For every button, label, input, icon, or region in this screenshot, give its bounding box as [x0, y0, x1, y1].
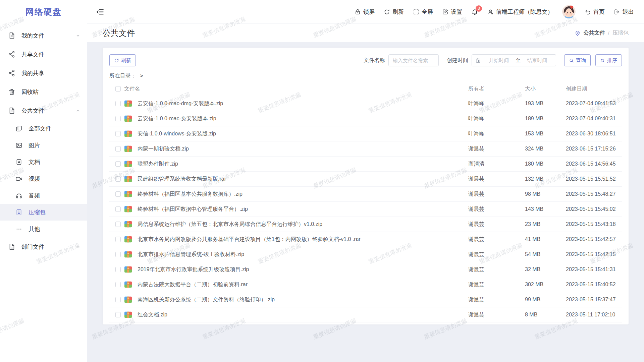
breadcrumb-root[interactable]: 公共文件 — [584, 29, 605, 37]
sidebar-item-videos[interactable]: 视频 — [0, 170, 87, 187]
file-size: 302 MB — [525, 282, 566, 288]
date-range-picker[interactable]: 开始时间 至 结束时间 — [472, 54, 556, 66]
filename-input[interactable] — [388, 54, 439, 66]
sidebar-item-others[interactable]: 其他 — [0, 221, 87, 237]
file-table: 文件名 所有者 大小 创建日期 云安信-1.0.0-mac-dmg-安装版本.z… — [109, 82, 622, 322]
row-checkbox[interactable] — [115, 206, 121, 212]
fullscreen-label: 全屏 — [422, 8, 433, 16]
row-checkbox[interactable] — [115, 191, 121, 197]
table-row[interactable]: 终验材料（福田区数据中心管理服务平台）.zip谢晨芸143 MB2023-05-… — [109, 202, 622, 217]
row-checkbox[interactable] — [115, 222, 121, 227]
column-date: 创建日期 — [566, 85, 622, 93]
table-row[interactable]: 内蒙古法院大数据平台（二期）初验前资料.rar谢晨芸302 MB2023-05-… — [109, 277, 622, 292]
row-checkbox[interactable] — [115, 252, 121, 257]
search-button[interactable]: 查询 — [564, 54, 591, 66]
file-name[interactable]: 安信-1.0.0-windows-免安装版.zip — [138, 130, 468, 137]
home-button[interactable]: 首页 — [585, 8, 605, 16]
zip-file-icon — [124, 100, 132, 108]
table-row[interactable]: 局信息系统运行维护（第五包：北京市水务局综合信息平台运行维护）v1.0.zip谢… — [109, 217, 622, 232]
refresh-icon — [384, 9, 390, 15]
table-row[interactable]: 民建组织管理系统验收文档最新版.rar谢晨芸132 MB2023-05-15 1… — [109, 172, 622, 187]
file-name[interactable]: 内蒙古法院大数据平台（二期）初验前资料.rar — [138, 281, 468, 288]
file-name[interactable]: 局信息系统运行维护（第五包：北京市水务局综合信息平台运行维护）v1.0.zip — [138, 221, 468, 228]
lock-screen-button[interactable]: 锁屏 — [355, 8, 375, 16]
file-name[interactable]: 终验材料（福田区基本公共服务数据库）.zip — [138, 191, 468, 198]
sidebar-collapse-icon[interactable] — [96, 8, 104, 16]
directory-arrow[interactable]: > — [140, 73, 143, 78]
zipdoc-icon — [15, 209, 22, 216]
file-owner: 谢晨芸 — [468, 296, 525, 303]
row-checkbox[interactable] — [115, 297, 121, 302]
table-row[interactable]: 终验材料（福田区基本公共服务数据库）.zip谢晨芸98 MB2023-05-15… — [109, 187, 622, 202]
table-row[interactable]: 联盟办件附件.zip商清清180 MB2023-06-15 14:56:45 — [109, 157, 622, 172]
file-name[interactable]: 民建组织管理系统验收文档最新版.rar — [138, 176, 468, 183]
title-bar: 公共文件 公共文件 / 压缩包 — [87, 24, 644, 42]
file-name[interactable]: 北京市水务局内网改版及公共服务基础平台建设项目（第1包：内网改版）终验验文档-v… — [138, 236, 468, 243]
row-checkbox[interactable] — [115, 176, 121, 182]
file-name[interactable]: 终验材料（福田区数据中心管理服务平台）.zip — [138, 206, 468, 213]
sidebar-item-label: 我的文件 — [21, 32, 75, 40]
file-name[interactable]: 北京市排水户信息管理系统-竣工验收材料.zip — [138, 251, 468, 258]
file-owner: 谢晨芸 — [468, 266, 525, 273]
file-size: 8 MB — [525, 312, 566, 318]
sidebar-item-my-shares[interactable]: 我的共享 — [0, 64, 87, 82]
file-date: 2023-05-15 15:51:52 — [566, 176, 622, 182]
sidebar-item-label: 我的共享 — [21, 69, 80, 77]
row-checkbox[interactable] — [115, 131, 121, 136]
table-row[interactable]: 北京市排水户信息管理系统-竣工验收材料.zip谢晨芸54 MB2023-05-1… — [109, 247, 622, 262]
image-icon — [15, 142, 22, 149]
notification-bell[interactable]: 3 — [471, 8, 478, 15]
row-checkbox[interactable] — [115, 312, 121, 317]
file-owner: 谢晨芸 — [468, 236, 525, 243]
logout-button[interactable]: 退出 — [614, 8, 634, 16]
file-name[interactable]: 内蒙一期初验文档.zip — [138, 145, 468, 153]
share-icon — [8, 69, 15, 77]
sidebar-item-archives[interactable]: 压缩包 — [0, 204, 87, 221]
file-name[interactable]: 云安信-1.0.0-mac-免安装版本.zip — [138, 115, 468, 122]
row-checkbox[interactable] — [115, 161, 121, 167]
row-checkbox[interactable] — [115, 146, 121, 152]
sidebar-item-images[interactable]: 图片 — [0, 137, 87, 154]
table-row[interactable]: 云安信-1.0.0-mac-免安装版本.zip叶海峰189 MB2023-07-… — [109, 111, 622, 126]
fullscreen-button[interactable]: 全屏 — [413, 8, 433, 16]
zip-file-icon — [124, 220, 132, 228]
column-name: 文件名 — [124, 85, 468, 93]
table-row[interactable]: 安信-1.0.0-windows-免安装版.zip叶海峰153 MB2023-0… — [109, 126, 622, 141]
file-name[interactable]: 南海区机关新办公系统（二期）文件资料（终验打印）.zip — [138, 296, 468, 303]
sidebar-item-all-files[interactable]: 全部文件 — [0, 120, 87, 137]
user-menu[interactable]: 前端工程师（陈思文） — [487, 8, 553, 16]
sidebar-item-my-files[interactable]: 我的文件 — [0, 26, 87, 45]
row-checkbox[interactable] — [115, 116, 121, 121]
more-icon — [15, 226, 22, 233]
docbook-icon — [15, 159, 22, 166]
sidebar-item-department-files[interactable]: 部门文件 — [0, 237, 87, 256]
file-date: 2023-05-15 15:42:15 — [566, 251, 622, 257]
table-row[interactable]: 南海区机关新办公系统（二期）文件资料（终验打印）.zip谢晨芸99 MB2023… — [109, 292, 622, 307]
file-name[interactable]: 云安信-1.0.0-mac-dmg-安装版本.zip — [138, 100, 468, 107]
refresh-button[interactable]: 刷新 — [384, 8, 404, 16]
table-row[interactable]: 2019年北京市水行政审批系统升级改造项目.zip谢晨芸32 MB2023-05… — [109, 262, 622, 277]
settings-button[interactable]: 设置 — [442, 8, 462, 16]
file-name[interactable]: 联盟办件附件.zip — [138, 161, 468, 168]
select-all-checkbox[interactable] — [115, 86, 121, 92]
row-checkbox[interactable] — [115, 282, 121, 287]
table-row[interactable]: 云安信-1.0.0-mac-dmg-安装版本.zip叶海峰193 MB2023-… — [109, 96, 622, 111]
table-row[interactable]: 内蒙一期初验文档.zip谢晨芸324 MB2023-06-15 17:15:26 — [109, 141, 622, 157]
table-row[interactable]: 北京市水务局内网改版及公共服务基础平台建设项目（第1包：内网改版）终验验文档-v… — [109, 232, 622, 247]
file-name[interactable]: 2019年北京市水行政审批系统升级改造项目.zip — [138, 266, 468, 273]
sidebar-item-label: 文档 — [29, 158, 80, 166]
file-name[interactable]: 红会文档.zip — [138, 311, 468, 318]
sidebar-item-shared-files[interactable]: 共享文件 — [0, 45, 87, 64]
table-row[interactable]: 红会文档.zip谢晨芸8 MB2023-05-11 17:02:10 — [109, 307, 622, 322]
avatar[interactable] — [562, 5, 576, 18]
sidebar-item-recycle-bin[interactable]: 回收站 — [0, 82, 87, 101]
row-checkbox[interactable] — [115, 267, 121, 272]
sort-button[interactable]: 排序 — [595, 54, 622, 66]
sidebar-item-audio[interactable]: 音频 — [0, 187, 87, 204]
sidebar-item-public-files[interactable]: 公共文件 — [0, 101, 87, 120]
sidebar-item-documents[interactable]: 文档 — [0, 154, 87, 170]
refresh-button[interactable]: 刷新 — [109, 54, 136, 66]
row-checkbox[interactable] — [115, 237, 121, 242]
zip-file-icon — [124, 265, 132, 274]
row-checkbox[interactable] — [115, 101, 121, 106]
